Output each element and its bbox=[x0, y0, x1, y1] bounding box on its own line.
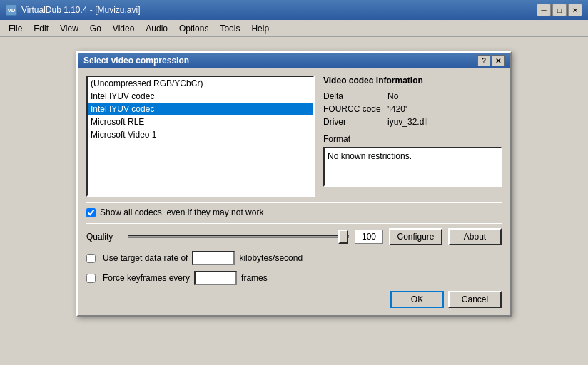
force-keyframes-label: Force keyframes every bbox=[103, 273, 190, 283]
info-row-driver: Driver iyuv_32.dll bbox=[323, 117, 502, 127]
codec-info-title: Video codec information bbox=[323, 76, 502, 86]
codec-item-intel-iyuv-2[interactable]: Intel IYUV codec bbox=[88, 103, 313, 115]
target-data-rate-row: Use target data rate of kilobytes/second bbox=[86, 251, 502, 265]
menu-file[interactable]: File bbox=[3, 22, 28, 35]
menu-edit[interactable]: Edit bbox=[28, 22, 54, 35]
codec-info-table: Delta No FOURCC code 'i420' Driver iyuv_… bbox=[323, 91, 502, 127]
quality-row: Quality 100 Configure About bbox=[86, 228, 502, 245]
title-bar: VD VirtualDub 1.10.4 - [Muvizu.avi] ─ □ … bbox=[0, 0, 588, 20]
close-button[interactable]: ✕ bbox=[568, 4, 582, 16]
ok-button[interactable]: OK bbox=[390, 291, 444, 308]
force-keyframes-input[interactable] bbox=[194, 271, 237, 285]
quality-label: Quality bbox=[86, 232, 122, 242]
menu-tools[interactable]: Tools bbox=[214, 22, 245, 35]
dialog-footer: OK Cancel bbox=[86, 291, 502, 308]
target-data-rate-checkbox[interactable] bbox=[86, 254, 96, 263]
menu-go[interactable]: Go bbox=[84, 22, 107, 35]
divider-1 bbox=[86, 202, 502, 203]
delta-value: No bbox=[387, 91, 398, 101]
format-label: Format bbox=[323, 134, 502, 144]
menu-view[interactable]: View bbox=[54, 22, 84, 35]
about-button[interactable]: About bbox=[448, 228, 502, 245]
target-data-rate-label: Use target data rate of bbox=[103, 253, 188, 263]
app-icon: VD bbox=[6, 4, 17, 16]
dialog-close-button[interactable]: ✕ bbox=[492, 55, 505, 66]
codec-item-uncompressed[interactable]: (Uncompressed RGB/YCbCr) bbox=[88, 77, 313, 90]
target-data-rate-unit: kilobytes/second bbox=[239, 253, 303, 263]
codec-item-ms-rle[interactable]: Microsoft RLE bbox=[88, 115, 313, 128]
force-keyframes-unit: frames bbox=[241, 273, 268, 283]
dialog-content: (Uncompressed RGB/YCbCr) Intel IYUV code… bbox=[78, 68, 510, 315]
title-bar-buttons: ─ □ ✕ bbox=[537, 4, 582, 16]
codec-list: (Uncompressed RGB/YCbCr) Intel IYUV code… bbox=[88, 77, 313, 141]
main-area: Select video compression ? ✕ (Uncompress… bbox=[0, 37, 588, 365]
fourcc-label: FOURCC code bbox=[323, 104, 387, 114]
codec-info-panel: Video codec information Delta No FOURCC … bbox=[323, 76, 502, 197]
info-row-delta: Delta No bbox=[323, 91, 502, 101]
menu-options[interactable]: Options bbox=[173, 22, 214, 35]
minimize-button[interactable]: ─ bbox=[537, 4, 551, 16]
driver-value: iyuv_32.dll bbox=[387, 117, 428, 127]
force-keyframes-row: Force keyframes every frames bbox=[86, 271, 502, 285]
quality-slider[interactable] bbox=[128, 235, 349, 238]
app-title: VirtualDub 1.10.4 - [Muvizu.avi] bbox=[21, 5, 537, 15]
menu-video[interactable]: Video bbox=[107, 22, 140, 35]
target-data-rate-input[interactable] bbox=[192, 251, 235, 265]
dialog-title-bar: Select video compression ? ✕ bbox=[78, 53, 510, 68]
menu-audio[interactable]: Audio bbox=[140, 22, 173, 35]
dialog-title-buttons: ? ✕ bbox=[477, 55, 505, 66]
show-all-codecs-row: Show all codecs, even if they may not wo… bbox=[86, 207, 502, 217]
format-text: No known restrictions. bbox=[328, 151, 412, 161]
driver-label: Driver bbox=[323, 117, 387, 127]
fourcc-value: 'i420' bbox=[387, 104, 407, 114]
force-keyframes-checkbox[interactable] bbox=[86, 274, 96, 283]
dialog-help-button[interactable]: ? bbox=[477, 55, 490, 66]
format-section: Format No known restrictions. bbox=[323, 134, 502, 187]
codec-list-container[interactable]: (Uncompressed RGB/YCbCr) Intel IYUV code… bbox=[86, 76, 315, 197]
select-video-compression-dialog: Select video compression ? ✕ (Uncompress… bbox=[76, 51, 512, 317]
dialog-title: Select video compression bbox=[83, 56, 477, 66]
menu-bar: File Edit View Go Video Audio Options To… bbox=[0, 20, 588, 37]
menu-help[interactable]: Help bbox=[245, 22, 275, 35]
codec-item-intel-iyuv-1[interactable]: Intel IYUV codec bbox=[88, 90, 313, 103]
show-all-codecs-checkbox[interactable] bbox=[86, 208, 96, 217]
dialog-overlay: Select video compression ? ✕ (Uncompress… bbox=[0, 37, 588, 365]
codec-item-ms-video1[interactable]: Microsoft Video 1 bbox=[88, 128, 313, 141]
info-row-fourcc: FOURCC code 'i420' bbox=[323, 104, 502, 114]
maximize-button[interactable]: □ bbox=[552, 4, 567, 16]
configure-button[interactable]: Configure bbox=[389, 228, 442, 245]
format-box: No known restrictions. bbox=[323, 147, 502, 187]
dialog-top-section: (Uncompressed RGB/YCbCr) Intel IYUV code… bbox=[86, 76, 502, 197]
cancel-button[interactable]: Cancel bbox=[448, 291, 502, 308]
divider-2 bbox=[86, 223, 502, 224]
show-all-codecs-label: Show all codecs, even if they may not wo… bbox=[100, 207, 263, 217]
delta-label: Delta bbox=[323, 91, 387, 101]
quality-value: 100 bbox=[355, 230, 383, 244]
